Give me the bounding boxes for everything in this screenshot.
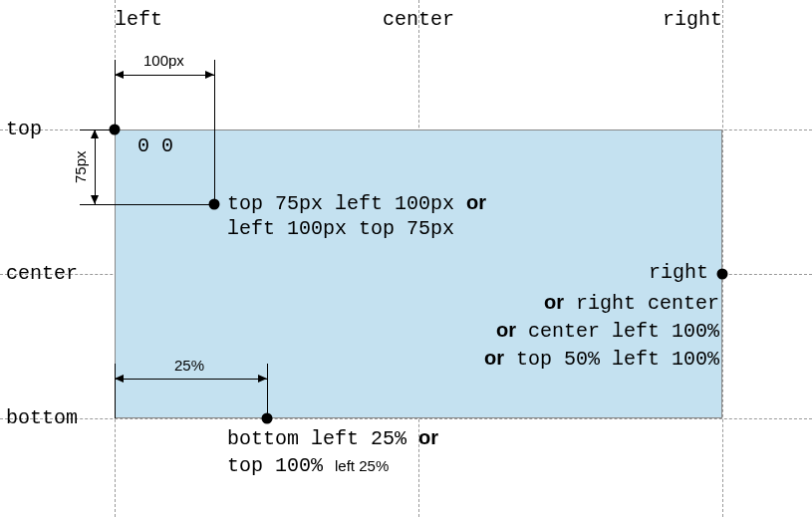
or-keyword: or: [466, 191, 486, 213]
point-origin-label: 0 0: [137, 134, 173, 157]
point-bottom25-text-2a: top 100%: [227, 454, 335, 477]
or-keyword: or: [544, 291, 564, 313]
dim-100px-arrow-l: [115, 71, 124, 79]
dim-25pct-tick-r: [267, 364, 268, 418]
guide-bottom: [0, 418, 812, 419]
point-inset-text-1: top 75px left 100px: [227, 192, 466, 215]
dim-25pct-arrow-l: [115, 375, 124, 383]
guide-right: [722, 0, 723, 517]
point-bottom25-label-2: top 100% left 25%: [227, 454, 389, 477]
point-bottom25: [262, 413, 273, 424]
point-inset: [209, 199, 220, 210]
axis-y-top: top: [6, 118, 42, 140]
axis-x-center: center: [383, 8, 454, 31]
dim-25pct-tick-l: [115, 364, 116, 418]
point-bottom25-text-2b: left 25%: [335, 457, 389, 474]
or-keyword: or: [418, 426, 438, 448]
axis-y-center: center: [6, 262, 78, 285]
point-bottom25-label-1: bottom left 25% or: [227, 426, 438, 450]
dim-100px-line: [115, 75, 214, 76]
point-bottom25-text-1: bottom left 25%: [227, 427, 418, 450]
dim-75px-arrow-d: [91, 195, 99, 204]
point-right-text-4: top 50% left 100%: [504, 348, 719, 371]
point-inset-label-1: top 75px left 100px or: [227, 191, 486, 215]
dim-25pct-arrow-r: [258, 375, 267, 383]
point-right-label-2: or right center: [460, 291, 719, 315]
dim-75px-line: [95, 129, 96, 204]
position-box: [115, 129, 722, 418]
point-right-label-4: or top 50% left 100%: [410, 347, 719, 371]
point-right-text-2: right center: [564, 292, 719, 315]
point-right: [717, 269, 728, 280]
dim-100px-label: 100px: [143, 52, 184, 69]
dim-25pct-label: 25%: [174, 357, 204, 374]
axis-y-bottom: bottom: [6, 406, 78, 429]
dim-75px-tick-b: [80, 204, 214, 205]
dim-75px-arrow-u: [91, 129, 99, 138]
point-right-label-1: right: [649, 261, 708, 284]
point-right-label-3: or center left 100%: [410, 319, 719, 343]
point-right-text-3: center left 100%: [516, 320, 719, 343]
or-keyword: or: [484, 347, 504, 369]
axis-x-left: left: [115, 8, 162, 31]
dim-75px-label: 75px: [72, 150, 89, 183]
point-origin: [110, 125, 121, 135]
axis-x-right: right: [663, 8, 722, 31]
or-keyword: or: [496, 319, 516, 341]
dim-25pct-line: [115, 379, 267, 380]
dim-100px-tick-r: [214, 60, 215, 204]
point-inset-label-2: left 100px top 75px: [227, 217, 454, 240]
dim-100px-arrow-r: [205, 71, 214, 79]
